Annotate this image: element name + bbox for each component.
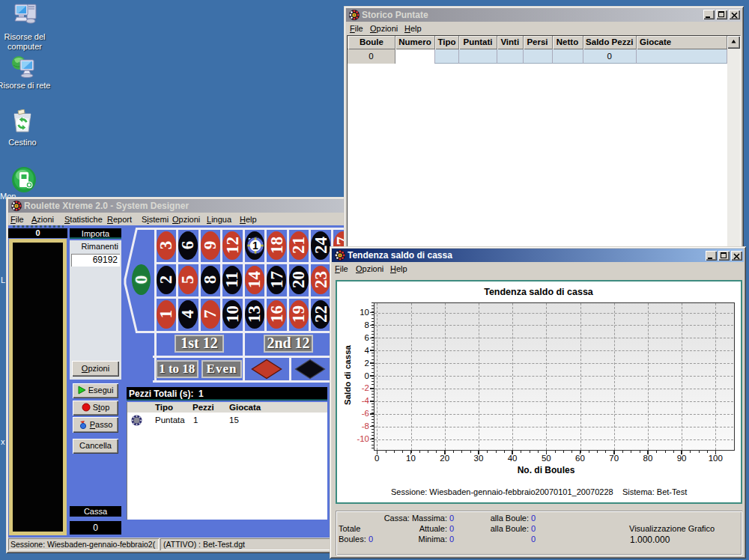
svg-text:1: 1 <box>252 240 258 252</box>
